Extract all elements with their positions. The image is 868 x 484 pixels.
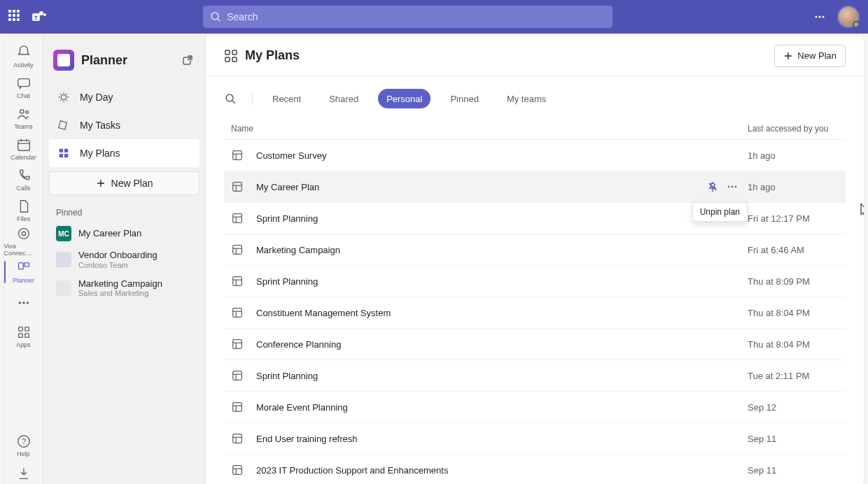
app-name: Planner	[81, 53, 127, 68]
svg-rect-49	[233, 151, 242, 160]
table-row[interactable]: My Career Plan 1h agoUnpin plan	[224, 171, 846, 203]
svg-line-48	[232, 101, 235, 104]
plan-name: Sprint Planning	[256, 213, 748, 224]
plan-icon	[231, 432, 244, 445]
svg-point-58	[735, 186, 737, 188]
search-box[interactable]	[203, 6, 612, 28]
table-row[interactable]: Customer Survey1h ago	[224, 140, 846, 171]
table-row[interactable]: Sprint PlanningTue at 2:11 PM	[224, 360, 846, 392]
nav-my-plans[interactable]: My Plans	[49, 139, 200, 167]
svg-rect-9	[18, 79, 29, 87]
plan-icon	[231, 149, 244, 162]
rail-item-more[interactable]	[4, 287, 43, 318]
svg-rect-77	[233, 403, 242, 412]
rail-item-activity[interactable]: Activity	[4, 41, 43, 72]
plan-last-accessed: Fri at 12:17 PM	[748, 213, 839, 224]
plan-icon	[231, 401, 244, 413]
pinned-plan-item[interactable]: MC My Career Plan	[49, 222, 200, 245]
rail-item-download[interactable]	[4, 461, 43, 484]
svg-point-6	[815, 16, 817, 18]
svg-rect-43	[225, 50, 230, 55]
header-new-plan-button[interactable]: New Plan	[774, 45, 846, 67]
table-row[interactable]: Conference PlanningThu at 8:04 PM	[224, 329, 846, 360]
plus-icon	[96, 178, 106, 188]
plan-last-accessed: Thu at 8:04 PM	[748, 339, 839, 350]
svg-text:T: T	[34, 15, 38, 21]
teams-logo-icon[interactable]: T	[31, 8, 48, 25]
user-avatar[interactable]	[837, 6, 860, 28]
svg-rect-18	[18, 263, 22, 269]
table-row[interactable]: Constituent Management SystemThu at 8:04…	[224, 297, 846, 329]
tab-personal[interactable]: Personal	[378, 89, 430, 108]
table-row[interactable]: Marketing CampaignFri at 6:46 AM	[224, 234, 846, 266]
nav-my-day[interactable]: My Day	[49, 83, 200, 111]
rail-item-planner[interactable]: Planner	[4, 257, 43, 287]
rail-item-apps[interactable]: Apps	[4, 321, 43, 352]
tooltip: Unpin plan	[692, 202, 748, 222]
more-icon[interactable]	[727, 181, 738, 192]
tab-recent[interactable]: Recent	[264, 89, 309, 108]
rail-item-help[interactable]: ? Help	[4, 430, 43, 461]
top-bar: T	[0, 0, 868, 34]
plan-name: End User training refresh	[256, 434, 748, 444]
pinned-plan-item[interactable]: Marketing Campaign Sales and Marketing	[49, 274, 200, 303]
svg-point-10	[20, 110, 24, 114]
table-row[interactable]: 2023 IT Production Support and Enhanceme…	[224, 455, 846, 484]
tab-my-teams[interactable]: My teams	[498, 89, 554, 108]
rail-item-files[interactable]: Files	[4, 195, 43, 226]
svg-point-57	[732, 186, 734, 188]
rail-item-viva[interactable]: Viva Connec…	[4, 226, 43, 257]
pinned-plan-item[interactable]: Vendor Onboarding Contoso Team	[49, 245, 200, 274]
svg-rect-19	[24, 263, 28, 267]
plan-name: Sprint Planning	[256, 276, 748, 287]
filter-search-icon[interactable]	[224, 92, 237, 105]
plan-badge-icon	[56, 252, 71, 267]
plan-last-accessed: 1h ago	[748, 150, 839, 161]
table-row[interactable]: Morale Event PlanningSep 12	[224, 392, 846, 423]
svg-point-21	[22, 301, 24, 304]
rail-item-calls[interactable]: Calls	[4, 164, 43, 195]
new-plan-button[interactable]: New Plan	[49, 171, 200, 195]
plan-name: Conference Planning	[256, 339, 748, 350]
svg-rect-23	[18, 327, 22, 332]
svg-rect-80	[233, 434, 242, 443]
col-name-header: Name	[231, 124, 748, 134]
unpin-icon[interactable]	[707, 181, 718, 192]
tab-shared[interactable]: Shared	[321, 89, 367, 108]
plan-name: Constituent Management System	[256, 308, 748, 318]
grid-icon	[224, 49, 238, 63]
table-row[interactable]: Sprint PlanningFri at 12:17 PM	[224, 203, 846, 234]
svg-point-1	[43, 13, 46, 16]
plan-icon	[231, 306, 244, 319]
presence-indicator	[853, 21, 860, 28]
plan-last-accessed: Sep 12	[748, 402, 839, 413]
plan-badge-icon: MC	[56, 226, 71, 241]
svg-rect-68	[233, 308, 242, 318]
popout-icon[interactable]	[181, 54, 194, 66]
table-row[interactable]: End User training refreshSep 11	[224, 423, 846, 455]
plan-icon	[231, 464, 244, 476]
pinned-plan-subtitle: Sales and Marketing	[78, 289, 162, 298]
svg-line-37	[60, 100, 61, 101]
table-row[interactable]: Sprint PlanningThu at 8:09 PM	[224, 266, 846, 297]
app-launcher-icon[interactable]	[8, 10, 22, 24]
nav-label: My Tasks	[80, 120, 120, 131]
svg-rect-25	[18, 334, 22, 338]
plan-icon	[231, 275, 244, 287]
svg-rect-26	[24, 334, 29, 338]
plan-icon	[231, 212, 244, 225]
svg-rect-45	[225, 57, 230, 62]
more-icon[interactable]	[813, 10, 826, 23]
plan-last-accessed: Sep 11	[748, 465, 839, 476]
plan-icon	[231, 338, 244, 350]
rail-item-teams[interactable]: Teams	[4, 103, 43, 134]
svg-point-22	[26, 301, 28, 304]
tab-pinned[interactable]: Pinned	[442, 89, 486, 108]
plan-last-accessed: Tue at 2:11 PM	[748, 371, 839, 381]
plan-icon	[231, 180, 244, 193]
rail-item-chat[interactable]: Chat	[4, 72, 43, 103]
search-input[interactable]	[227, 11, 606, 22]
rail-item-calendar[interactable]: Calendar	[4, 134, 43, 164]
nav-my-tasks[interactable]: My Tasks	[49, 111, 200, 139]
svg-point-30	[61, 94, 66, 99]
